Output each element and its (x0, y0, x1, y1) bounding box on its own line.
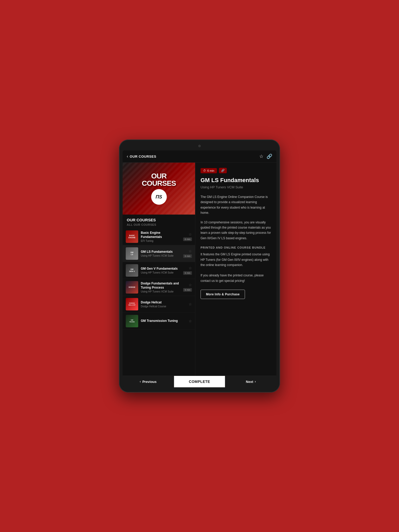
duration-badge: ⏱ 6 min (201, 168, 217, 173)
next-label: Next (246, 380, 253, 384)
star-icon[interactable]: ☆ (259, 154, 263, 159)
back-icon[interactable]: ‹ (127, 154, 128, 159)
prev-label: Previous (142, 380, 157, 384)
tablet-camera (198, 145, 201, 147)
main-layout: OURCOURSES ΠS OUR COURSES ALL OUR COURSE… (123, 163, 276, 376)
course-right-0: ☆ 6 min (183, 232, 192, 241)
course-info-1: GM LS Fundamentals Using HP Tuners VCM S… (141, 250, 181, 257)
content-meta: ⏱ 6 min 🔗 (201, 168, 271, 173)
list-item[interactable]: GMGEN V GM Gen V Fundamentals Using HP T… (123, 262, 195, 279)
course-info-3: Dodge Fundamentals and Tuning Process Us… (141, 282, 181, 293)
header-title: OUR COURSES (130, 155, 156, 158)
sidebar-section-title: OUR COURSES (123, 215, 195, 223)
clock-icon: ⏱ (203, 169, 206, 172)
course-right-3: ☆ 6 min (183, 283, 192, 292)
sidebar: OURCOURSES ΠS OUR COURSES ALL OUR COURSE… (123, 163, 195, 376)
course-name-4: Dodge Hellcat (141, 301, 186, 305)
course-star-0[interactable]: ☆ (189, 232, 192, 236)
previous-button[interactable]: ‹ Previous (123, 376, 174, 387)
duration-badge-3: 6 min (183, 288, 192, 292)
duration-badge-1: 6 min (183, 254, 192, 258)
special-pricing: If you already have the printed course, … (201, 273, 271, 283)
course-name-5: GM Transmission Tuning (141, 319, 186, 323)
course-right-5: ☆ (189, 319, 192, 323)
list-item[interactable]: GMLS GM LS Fundamentals Using HP Tuners … (123, 245, 195, 262)
content-title: GM LS Fundamentals (201, 177, 271, 184)
next-button[interactable]: Next › (225, 376, 276, 387)
course-sub-0: EFI Tuning (141, 240, 181, 242)
sidebar-section-subtitle: ALL OUR COURSES (123, 223, 195, 228)
course-right-1: ☆ 6 min (183, 249, 192, 258)
course-info-2: GM Gen V Fundamentals Using HP Tuners VC… (141, 267, 181, 274)
course-star-3[interactable]: ☆ (189, 283, 192, 287)
bundle-label: PRINTED AND ONLINE COURSE BUNDLE (201, 246, 271, 249)
course-star-1[interactable]: ☆ (189, 249, 192, 253)
thumbnail-title-line1: OURCOURSES (142, 172, 176, 187)
course-star-5[interactable]: ☆ (189, 319, 192, 323)
thumbnail-content: OURCOURSES ΠS (142, 172, 176, 205)
complete-button[interactable]: COMPLETE (174, 376, 225, 387)
link-icon[interactable]: 🔗 (267, 154, 272, 159)
content-description-2: In 10 comprehensive sessions, you are vi… (201, 220, 271, 241)
next-icon: › (255, 380, 256, 383)
bundle-desc: It features the GM LS Engine printed cou… (201, 252, 271, 268)
content-link-badge[interactable]: 🔗 (219, 168, 227, 173)
course-info-0: Basic Engine Fundamentals EFI Tuning (141, 231, 181, 242)
duration-badge-2: 6 min (183, 271, 192, 275)
course-thumb-1: GMLS (126, 247, 138, 260)
course-thumb-4: DODGEHELLCAT (126, 298, 138, 310)
tablet-screen: ‹ OUR COURSES ☆ 🔗 OURCOURSES ΠS (123, 150, 276, 387)
course-star-4[interactable]: ☆ (189, 302, 192, 306)
content-subtitle: Using HP Tuners VCM Suite (201, 185, 271, 189)
course-name-1: GM LS Fundamentals (141, 250, 181, 254)
list-item[interactable]: GMTRANS GM Transmission Tuning ☆ (123, 313, 195, 330)
course-name-0: Basic Engine Fundamentals (141, 231, 181, 239)
list-item[interactable]: DODGEHELLCAT Dodge Hellcat Dodge Hellcat… (123, 296, 195, 313)
purchase-button[interactable]: More Info & Purchase (201, 290, 245, 299)
prev-icon: ‹ (140, 380, 141, 383)
header-right: ☆ 🔗 (259, 154, 272, 159)
course-star-2[interactable]: ☆ (189, 266, 192, 270)
header: ‹ OUR COURSES ☆ 🔗 (123, 150, 276, 163)
list-item[interactable]: BASICENGINE Basic Engine Fundamentals EF… (123, 228, 195, 245)
duration-text: 6 min (207, 169, 214, 172)
course-info-4: Dodge Hellcat Dodge Hellcat Course (141, 301, 186, 308)
content-area: ⏱ 6 min 🔗 GM LS Fundamentals Using HP Tu… (195, 163, 276, 376)
course-right-4: ☆ (189, 302, 192, 306)
course-sub-3: Using HP Tuners VCM Suite (141, 290, 181, 293)
course-info-5: GM Transmission Tuning (141, 319, 186, 323)
course-sub-1: Using HP Tuners VCM Suite (141, 254, 181, 257)
tablet-frame: ‹ OUR COURSES ☆ 🔗 OURCOURSES ΠS (119, 139, 280, 393)
thumbnail-logo-text: ΠS (156, 194, 162, 200)
course-thumb-5: GMTRANS (126, 315, 138, 327)
course-sub-2: Using HP Tuners VCM Suite (141, 271, 181, 274)
duration-badge-0: 6 min (183, 237, 192, 241)
content-description-1: The GM LS Engine Online Companion Course… (201, 194, 271, 216)
nav-buttons: ‹ Previous COMPLETE Next › (123, 376, 276, 387)
course-thumb-2: GMGEN V (126, 264, 138, 277)
course-name-2: GM Gen V Fundamentals (141, 267, 181, 271)
course-thumb-0: BASICENGINE (126, 230, 138, 243)
list-item[interactable]: DODGE Dodge Fundamentals and Tuning Proc… (123, 279, 195, 296)
course-thumbnail: OURCOURSES ΠS (123, 163, 195, 215)
course-right-2: ☆ 6 min (183, 266, 192, 275)
bottom-nav: ‹ Previous COMPLETE Next › (123, 376, 276, 387)
course-sub-4: Dodge Hellcat Course (141, 305, 186, 308)
course-name-3: Dodge Fundamentals and Tuning Process (141, 282, 181, 290)
thumbnail-logo: ΠS (151, 189, 167, 205)
header-left[interactable]: ‹ OUR COURSES (127, 154, 156, 159)
course-thumb-3: DODGE (126, 281, 138, 294)
